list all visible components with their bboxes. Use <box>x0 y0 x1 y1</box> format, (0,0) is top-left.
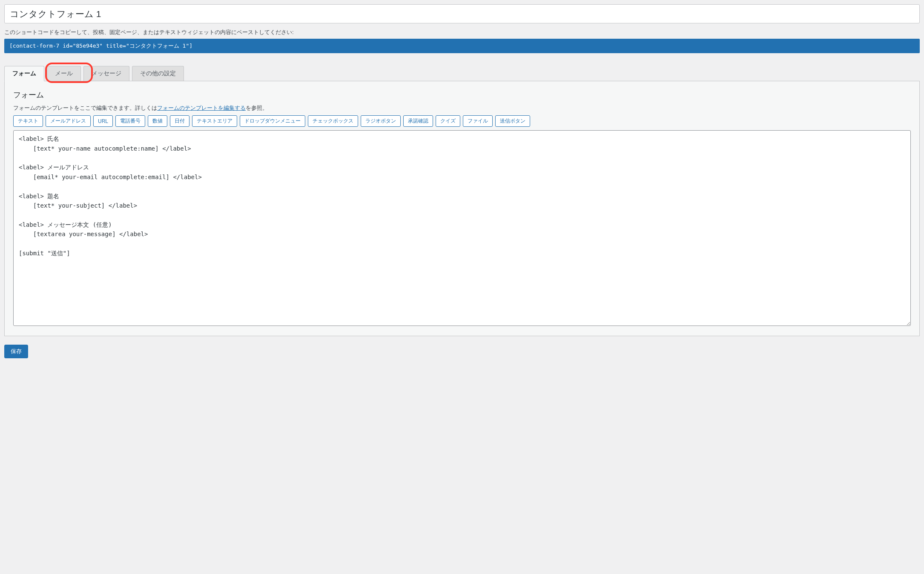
tag-btn-date[interactable]: 日付 <box>170 115 189 127</box>
form-panel: フォーム フォームのテンプレートをここで編集できます。詳しくはフォームのテンプレ… <box>4 81 920 336</box>
tag-buttons-container: テキスト メールアドレス URL 電話番号 数値 日付 テキストエリア ドロップ… <box>13 115 911 127</box>
tag-btn-acceptance[interactable]: 承諾確認 <box>403 115 433 127</box>
tag-btn-radio[interactable]: ラジオボタン <box>361 115 401 127</box>
panel-title: フォーム <box>13 90 911 100</box>
tag-btn-file[interactable]: ファイル <box>463 115 493 127</box>
tag-btn-number[interactable]: 数値 <box>148 115 167 127</box>
tab-messages[interactable]: メッセージ <box>83 66 129 81</box>
tag-btn-submit[interactable]: 送信ボタン <box>495 115 530 127</box>
panel-desc-link[interactable]: フォームのテンプレートを編集する <box>157 105 246 111</box>
tag-btn-text[interactable]: テキスト <box>13 115 43 127</box>
tag-btn-url[interactable]: URL <box>93 115 113 127</box>
tag-btn-dropdown[interactable]: ドロップダウンメニュー <box>240 115 305 127</box>
tag-btn-tel[interactable]: 電話番号 <box>115 115 145 127</box>
tabs-container: フォーム メール メッセージ その他の設定 <box>4 66 920 81</box>
tag-btn-textarea[interactable]: テキストエリア <box>192 115 237 127</box>
tag-btn-quiz[interactable]: クイズ <box>436 115 460 127</box>
panel-desc-suffix: を参照。 <box>246 105 268 111</box>
tab-mail[interactable]: メール <box>47 66 81 81</box>
tag-btn-checkbox[interactable]: チェックボックス <box>308 115 358 127</box>
shortcode-display[interactable]: [contact-form-7 id="85e94e3" title="コンタク… <box>4 39 920 53</box>
shortcode-description: このショートコードをコピーして、投稿、固定ページ、またはテキストウィジェットの内… <box>4 29 920 36</box>
form-title-input[interactable] <box>4 4 920 23</box>
tab-additional[interactable]: その他の設定 <box>132 66 184 81</box>
panel-desc-prefix: フォームのテンプレートをここで編集できます。詳しくは <box>13 105 157 111</box>
save-button[interactable]: 保存 <box>4 345 28 358</box>
tag-btn-email[interactable]: メールアドレス <box>46 115 91 127</box>
panel-description: フォームのテンプレートをここで編集できます。詳しくはフォームのテンプレートを編集… <box>13 104 911 112</box>
form-template-textarea[interactable] <box>13 130 911 326</box>
tab-form[interactable]: フォーム <box>4 66 44 81</box>
